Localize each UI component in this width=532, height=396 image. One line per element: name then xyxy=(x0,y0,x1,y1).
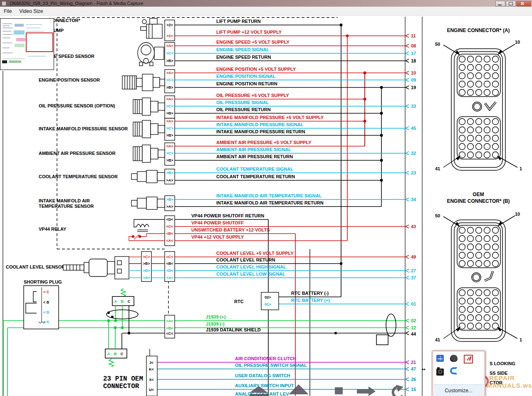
pin-letter: >D> xyxy=(143,269,150,273)
chat-app-icon[interactable] xyxy=(450,367,458,374)
close-button[interactable] xyxy=(516,1,531,7)
pin-letter: U< xyxy=(149,388,154,392)
wire-label: VP44 +12 VOLT SUPPLY xyxy=(191,234,244,239)
watermark-line1: REPAIR xyxy=(489,374,515,381)
wire-label: COOLANT TEMPERATURE SIGNAL xyxy=(216,167,293,172)
pin-letter: C xyxy=(121,352,124,356)
pin-letter: >C> xyxy=(143,255,150,259)
connector-a-title: ENGINE CONNECTOR* (A) xyxy=(447,27,510,33)
wire-label: COOLANT LEVEL +5 VOLT SUPPLY xyxy=(216,251,294,256)
pin-number: 23 xyxy=(411,170,416,175)
pin-letter: A xyxy=(107,352,110,356)
pin-letter: >C> xyxy=(166,78,173,82)
wire-label: ENGINE SPEED SIGNAL xyxy=(216,47,269,52)
pin-letter: <D< xyxy=(166,269,173,273)
pin-letter: >A> xyxy=(143,276,150,280)
footnote-asterisks: ** xyxy=(422,368,426,373)
wire-label: LIFT PUMP RETURN xyxy=(216,19,261,24)
pin-letter: >A> xyxy=(166,119,173,123)
component-label: INTAKE MANIFOLD AIR xyxy=(39,198,90,203)
corner-label: 50 xyxy=(435,213,440,218)
pin-number: 49 xyxy=(411,254,416,259)
pin-letter: >C> xyxy=(166,104,173,108)
pin-letter: >A> xyxy=(166,44,173,48)
wire-label: ENGINE POSITION +5 VOLT SUPPLY xyxy=(216,67,296,72)
wire-label: INTAKE MANIFOLD PRESSURE SIGNAL xyxy=(216,122,304,127)
component-label: RTC xyxy=(234,299,244,304)
pin-letter: >B> xyxy=(143,262,150,266)
pin-letter: A xyxy=(114,299,117,304)
wire-label: INTAKE MANIFOLD PRESSURE +5 VOLT SUPPLY xyxy=(216,115,324,120)
wire-label: LIFT PUMP +12 VOLT SUPPLY xyxy=(216,30,282,35)
pin-number: 08 xyxy=(411,43,416,48)
navigator-thumbnail[interactable] xyxy=(0,18,54,70)
pin-number: 33 xyxy=(411,104,416,109)
wire-label: OIL PRESSURE RETURN xyxy=(216,107,271,112)
pin-letter: <C< xyxy=(166,331,173,336)
system-tray-popup: Customize... xyxy=(432,350,485,396)
customize-link[interactable]: Customize... xyxy=(445,388,473,394)
app-grid-icon[interactable] xyxy=(436,355,444,362)
wire-label: AUXILIARY SWITCH INPUT xyxy=(235,383,294,388)
pin-number: 26 xyxy=(411,377,416,382)
component-label: COOLANT LEVEL SENSOR xyxy=(6,264,65,269)
wire-label: J1939 (-) xyxy=(206,321,225,326)
pin-number: 18 xyxy=(411,58,416,63)
minimize-button[interactable] xyxy=(495,1,505,7)
antivirus-v-icon[interactable] xyxy=(464,355,473,364)
pin-letter: <D< xyxy=(166,217,173,222)
window-titlebar[interactable]: (3666325)_ISB_23_Pin_Wiring_Diagram - Fl… xyxy=(0,0,532,7)
caption-fragment: S LOOKING xyxy=(490,361,515,366)
viewport-indicator[interactable] xyxy=(26,33,53,52)
pin-letter: >B> xyxy=(166,111,173,115)
seek-start-icon xyxy=(250,394,268,396)
wire-label: AMBIENT AIR PRESSURE RETURN xyxy=(216,154,293,159)
pin-letter: K< xyxy=(149,367,154,371)
pin-letter: >B> xyxy=(166,171,173,175)
wire-label: OIL PRESSURE SIGNAL xyxy=(216,100,269,105)
pin-letter: >A> xyxy=(166,204,173,209)
corner-label: 41 xyxy=(435,166,440,171)
pin-number: 02 xyxy=(411,318,416,323)
wiring-diagram-canvas: LIFT PUMP RETURN LIFT PUMP +12 VOLT SUPP… xyxy=(0,0,532,396)
pin-number: 37 xyxy=(411,275,416,280)
wire-label: VP44 POWER SHUTOFF RETURN xyxy=(191,213,264,218)
component-label: ENGINE POSITION SENSOR xyxy=(39,77,100,82)
pin-letter: <A< xyxy=(166,319,173,323)
pin-number: 17 xyxy=(411,51,416,56)
wire-label: USER DATALOG SWITCH xyxy=(235,373,290,378)
maximize-button[interactable] xyxy=(506,1,516,7)
pin-letter: 02> xyxy=(265,295,271,299)
pin-letter: <C< xyxy=(166,224,173,229)
pin-letter: < A xyxy=(43,320,49,324)
camera-capture-icon[interactable] xyxy=(436,369,444,376)
pin-number: 43 xyxy=(411,224,416,229)
pin-letter: <B< xyxy=(166,326,173,330)
wire-label: INTAKE MANIFOLD PRESSURE RETURN xyxy=(216,129,305,134)
pin-letter: <B< xyxy=(166,232,173,236)
pin-letter: < C xyxy=(43,290,49,294)
corner-label: 41 xyxy=(435,337,440,342)
wire-label: J1939 (+) xyxy=(206,314,226,319)
pin-number: 32 xyxy=(411,151,416,156)
pin-number: 19 xyxy=(411,85,416,90)
wire-label: UNSWITCHED BATTERY +12 VOLTS xyxy=(191,227,270,232)
menu-item-file[interactable]: File xyxy=(0,7,15,15)
mouse-utility-icon[interactable] xyxy=(450,355,458,362)
wire-label: ENGINE POSITION SIGNAL xyxy=(216,74,276,79)
wire-label: AIR CONDITIONER CLUTCH xyxy=(235,356,296,361)
wire-label: AMBIENT AIR PRESSURE SIGNAL xyxy=(216,147,291,152)
tray-icon-grid xyxy=(436,355,481,381)
corner-label: 1 xyxy=(520,337,522,342)
wire-label: INTAKE MANIFOLD AIR TEMPERATURE RETURN xyxy=(216,200,324,205)
component-label: OIL PRESSURE SENSOR (OPTION) xyxy=(39,103,115,108)
pin-letter: >B> xyxy=(166,197,173,202)
shorting-plug: < C < B < D < A xyxy=(24,286,59,329)
pin-letter: >A> xyxy=(166,144,173,148)
menu-item-video-size[interactable]: Video Size xyxy=(15,7,47,15)
pin-number: 15 xyxy=(411,387,416,392)
pin-letter: >B> xyxy=(166,158,173,162)
wire-label: ENGINE POSITION RETURN xyxy=(216,81,277,86)
wire-label: AMBIENT AIR PRESSURE +5 VOLT SUPPLY xyxy=(216,140,312,145)
pin-letter: B xyxy=(114,352,117,356)
